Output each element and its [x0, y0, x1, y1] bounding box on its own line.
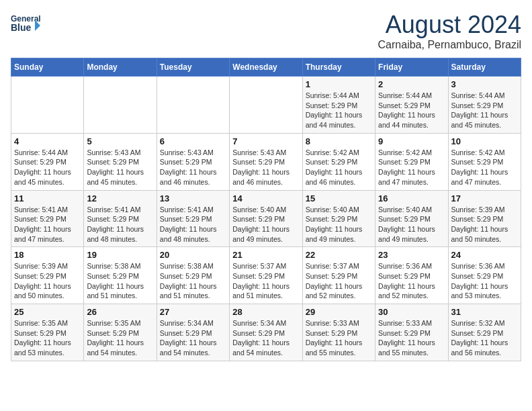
- day-info: Sunrise: 5:40 AM Sunset: 5:29 PM Dayligh…: [306, 205, 372, 244]
- day-info: Sunrise: 5:43 AM Sunset: 5:29 PM Dayligh…: [232, 148, 299, 187]
- day-cell: 21Sunrise: 5:37 AM Sunset: 5:29 PM Dayli…: [230, 247, 302, 304]
- weekday-header-sunday: Sunday: [11, 58, 84, 77]
- weekday-header-monday: Monday: [84, 58, 157, 77]
- day-info: Sunrise: 5:40 AM Sunset: 5:29 PM Dayligh…: [232, 205, 299, 244]
- day-cell: [84, 77, 157, 134]
- day-cell: 27Sunrise: 5:34 AM Sunset: 5:29 PM Dayli…: [157, 304, 229, 361]
- day-number: 15: [306, 193, 372, 203]
- day-cell: 7Sunrise: 5:43 AM Sunset: 5:29 PM Daylig…: [230, 133, 302, 190]
- week-row-3: 11Sunrise: 5:41 AM Sunset: 5:29 PM Dayli…: [11, 190, 521, 247]
- day-number: 7: [232, 136, 299, 146]
- day-info: Sunrise: 5:35 AM Sunset: 5:29 PM Dayligh…: [87, 318, 153, 358]
- day-number: 3: [451, 79, 518, 89]
- day-info: Sunrise: 5:37 AM Sunset: 5:29 PM Dayligh…: [232, 261, 299, 301]
- day-info: Sunrise: 5:44 AM Sunset: 5:29 PM Dayligh…: [14, 148, 81, 187]
- title-block: August 2024 Carnaiba, Pernambuco, Brazil: [378, 11, 521, 51]
- weekday-header-thursday: Thursday: [302, 58, 375, 77]
- day-info: Sunrise: 5:38 AM Sunset: 5:29 PM Dayligh…: [87, 261, 153, 301]
- day-info: Sunrise: 5:39 AM Sunset: 5:29 PM Dayligh…: [14, 261, 81, 301]
- day-cell: 9Sunrise: 5:42 AM Sunset: 5:29 PM Daylig…: [375, 133, 448, 190]
- day-cell: 5Sunrise: 5:43 AM Sunset: 5:29 PM Daylig…: [84, 133, 157, 190]
- day-number: 23: [378, 250, 445, 260]
- day-cell: 30Sunrise: 5:33 AM Sunset: 5:29 PM Dayli…: [375, 304, 448, 361]
- day-number: 17: [451, 193, 518, 203]
- day-number: 16: [378, 193, 445, 203]
- day-info: Sunrise: 5:39 AM Sunset: 5:29 PM Dayligh…: [451, 205, 518, 244]
- week-row-4: 18Sunrise: 5:39 AM Sunset: 5:29 PM Dayli…: [11, 247, 521, 304]
- day-info: Sunrise: 5:36 AM Sunset: 5:29 PM Dayligh…: [451, 261, 518, 301]
- day-info: Sunrise: 5:33 AM Sunset: 5:29 PM Dayligh…: [306, 318, 372, 358]
- day-cell: 18Sunrise: 5:39 AM Sunset: 5:29 PM Dayli…: [11, 247, 84, 304]
- day-info: Sunrise: 5:33 AM Sunset: 5:29 PM Dayligh…: [378, 318, 445, 358]
- day-info: Sunrise: 5:36 AM Sunset: 5:29 PM Dayligh…: [378, 261, 445, 301]
- day-info: Sunrise: 5:40 AM Sunset: 5:29 PM Dayligh…: [378, 205, 445, 244]
- weekday-header-wednesday: Wednesday: [230, 58, 302, 77]
- day-info: Sunrise: 5:41 AM Sunset: 5:29 PM Dayligh…: [14, 205, 81, 244]
- day-number: 5: [87, 136, 153, 146]
- day-number: 8: [306, 136, 372, 146]
- day-cell: [11, 77, 84, 134]
- week-row-5: 25Sunrise: 5:35 AM Sunset: 5:29 PM Dayli…: [11, 304, 521, 361]
- day-number: 25: [14, 307, 81, 317]
- day-number: 22: [306, 250, 372, 260]
- logo: General Blue: [11, 11, 40, 40]
- day-info: Sunrise: 5:37 AM Sunset: 5:29 PM Dayligh…: [306, 261, 372, 301]
- day-number: 26: [87, 307, 153, 317]
- day-info: Sunrise: 5:42 AM Sunset: 5:29 PM Dayligh…: [451, 148, 518, 187]
- day-number: 10: [451, 136, 518, 146]
- weekday-header-tuesday: Tuesday: [157, 58, 229, 77]
- day-info: Sunrise: 5:43 AM Sunset: 5:29 PM Dayligh…: [160, 148, 226, 187]
- day-cell: 25Sunrise: 5:35 AM Sunset: 5:29 PM Dayli…: [11, 304, 84, 361]
- day-cell: 14Sunrise: 5:40 AM Sunset: 5:29 PM Dayli…: [230, 190, 302, 247]
- day-cell: 6Sunrise: 5:43 AM Sunset: 5:29 PM Daylig…: [157, 133, 229, 190]
- day-cell: 26Sunrise: 5:35 AM Sunset: 5:29 PM Dayli…: [84, 304, 157, 361]
- weekday-header-saturday: Saturday: [448, 58, 521, 77]
- svg-text:Blue: Blue: [11, 22, 32, 33]
- day-cell: 28Sunrise: 5:34 AM Sunset: 5:29 PM Dayli…: [230, 304, 302, 361]
- day-number: 13: [160, 193, 226, 203]
- day-number: 9: [378, 136, 445, 146]
- day-number: 28: [232, 307, 299, 317]
- day-cell: 10Sunrise: 5:42 AM Sunset: 5:29 PM Dayli…: [448, 133, 521, 190]
- location-title: Carnaiba, Pernambuco, Brazil: [378, 39, 521, 51]
- day-info: Sunrise: 5:42 AM Sunset: 5:29 PM Dayligh…: [306, 148, 372, 187]
- day-cell: 29Sunrise: 5:33 AM Sunset: 5:29 PM Dayli…: [302, 304, 375, 361]
- day-cell: 17Sunrise: 5:39 AM Sunset: 5:29 PM Dayli…: [448, 190, 521, 247]
- day-number: 21: [232, 250, 299, 260]
- day-cell: 12Sunrise: 5:41 AM Sunset: 5:29 PM Dayli…: [84, 190, 157, 247]
- day-number: 30: [378, 307, 445, 317]
- day-cell: 8Sunrise: 5:42 AM Sunset: 5:29 PM Daylig…: [302, 133, 375, 190]
- day-cell: 22Sunrise: 5:37 AM Sunset: 5:29 PM Dayli…: [302, 247, 375, 304]
- calendar-table: SundayMondayTuesdayWednesdayThursdayFrid…: [11, 58, 521, 361]
- day-info: Sunrise: 5:42 AM Sunset: 5:29 PM Dayligh…: [378, 148, 445, 187]
- day-number: 18: [14, 250, 81, 260]
- day-info: Sunrise: 5:44 AM Sunset: 5:29 PM Dayligh…: [451, 91, 518, 130]
- logo-container: General Blue: [11, 11, 40, 40]
- day-number: 12: [87, 193, 153, 203]
- weekday-header-row: SundayMondayTuesdayWednesdayThursdayFrid…: [11, 58, 521, 77]
- day-info: Sunrise: 5:41 AM Sunset: 5:29 PM Dayligh…: [87, 205, 153, 244]
- day-number: 6: [160, 136, 226, 146]
- day-cell: [230, 77, 302, 134]
- month-title: August 2024: [378, 11, 521, 39]
- day-number: 29: [306, 307, 372, 317]
- day-cell: 24Sunrise: 5:36 AM Sunset: 5:29 PM Dayli…: [448, 247, 521, 304]
- day-cell: 3Sunrise: 5:44 AM Sunset: 5:29 PM Daylig…: [448, 77, 521, 134]
- day-cell: 2Sunrise: 5:44 AM Sunset: 5:29 PM Daylig…: [375, 77, 448, 134]
- day-number: 2: [378, 79, 445, 89]
- day-cell: 31Sunrise: 5:32 AM Sunset: 5:29 PM Dayli…: [448, 304, 521, 361]
- day-number: 1: [306, 79, 372, 89]
- week-row-1: 1Sunrise: 5:44 AM Sunset: 5:29 PM Daylig…: [11, 77, 521, 134]
- weekday-header-friday: Friday: [375, 58, 448, 77]
- day-cell: 11Sunrise: 5:41 AM Sunset: 5:29 PM Dayli…: [11, 190, 84, 247]
- day-number: 4: [14, 136, 81, 146]
- day-info: Sunrise: 5:35 AM Sunset: 5:29 PM Dayligh…: [14, 318, 81, 358]
- day-cell: 20Sunrise: 5:38 AM Sunset: 5:29 PM Dayli…: [157, 247, 229, 304]
- day-cell: [157, 77, 229, 134]
- day-info: Sunrise: 5:38 AM Sunset: 5:29 PM Dayligh…: [160, 261, 226, 301]
- day-cell: 1Sunrise: 5:44 AM Sunset: 5:29 PM Daylig…: [302, 77, 375, 134]
- page-header: General Blue August 2024 Carnaiba, Perna…: [11, 11, 521, 51]
- week-row-2: 4Sunrise: 5:44 AM Sunset: 5:29 PM Daylig…: [11, 133, 521, 190]
- day-info: Sunrise: 5:32 AM Sunset: 5:29 PM Dayligh…: [451, 318, 518, 358]
- day-info: Sunrise: 5:44 AM Sunset: 5:29 PM Dayligh…: [306, 91, 372, 130]
